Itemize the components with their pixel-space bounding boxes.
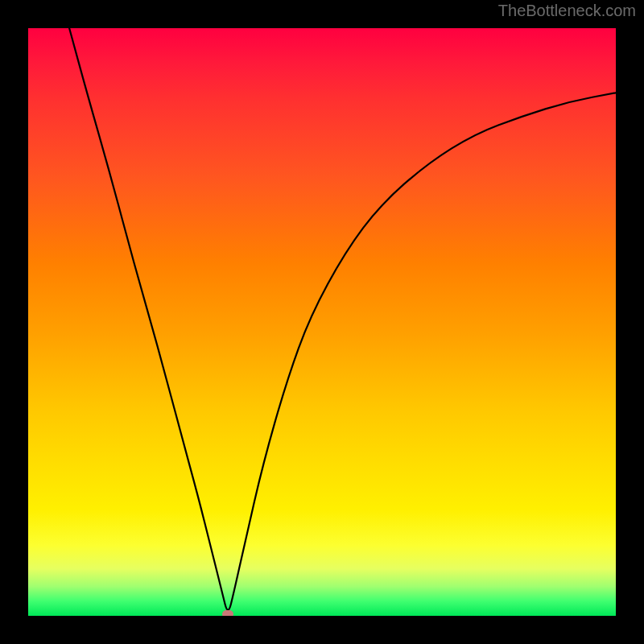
watermark-text: TheBottleneck.com xyxy=(498,2,636,20)
bottleneck-curve xyxy=(28,28,616,616)
chart-frame: TheBottleneck.com xyxy=(0,0,644,644)
plot-area xyxy=(28,28,616,616)
minimum-marker xyxy=(222,610,233,616)
